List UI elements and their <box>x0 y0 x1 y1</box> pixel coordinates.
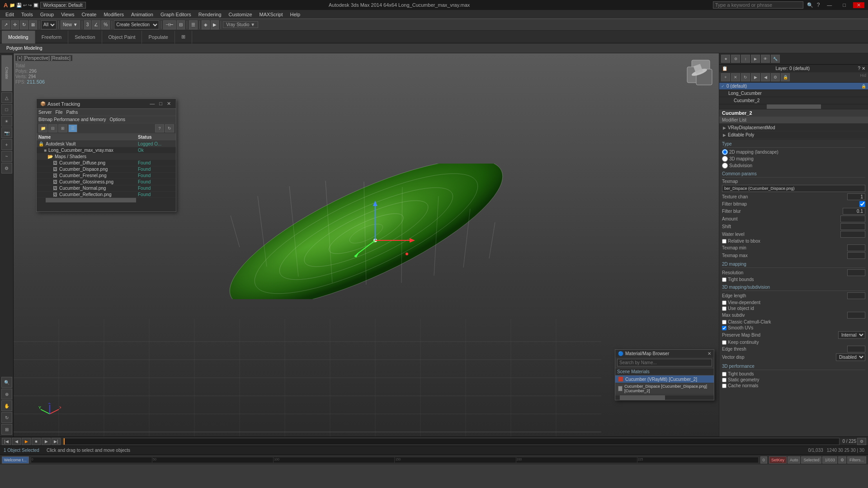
layers-close-btn[interactable]: ✕ <box>862 66 865 71</box>
tab-object-paint[interactable]: Object Paint <box>102 31 142 43</box>
zoom-btn[interactable]: 🔍 <box>1 377 12 388</box>
render-setup-btn[interactable]: ◈ <box>202 20 210 29</box>
scale-btn[interactable]: ⊠ <box>29 20 37 29</box>
new-btn[interactable]: New ▼ <box>61 20 80 29</box>
at-row-dispace[interactable]: 🖼Cucumber_Dispace.png Found <box>37 166 176 173</box>
at-tb-btn3[interactable]: ⊞ <box>58 124 67 132</box>
tab-more[interactable]: ⊞ <box>175 31 192 43</box>
menu-customize[interactable]: Customize <box>225 11 256 18</box>
pan-btn[interactable]: ✋ <box>1 400 12 411</box>
timeline-track[interactable] <box>63 438 840 445</box>
layers-add-btn[interactable]: + <box>721 73 730 81</box>
menu-rendering[interactable]: Rendering <box>195 11 225 18</box>
right-btn-motion[interactable]: ▶ <box>751 55 760 63</box>
param-use-object-id-checkbox[interactable] <box>722 306 726 311</box>
menu-modifiers[interactable]: Modifiers <box>100 11 127 18</box>
create-mode-btn[interactable]: Create <box>1 55 12 91</box>
rotate-btn[interactable]: ↻ <box>20 20 28 29</box>
param-shift-input[interactable]: 0.000 <box>840 223 865 230</box>
prev-frame-btn[interactable]: ◀ <box>12 438 21 445</box>
bottom-timeline-track[interactable]: 0 50 100 150 200 225 <box>31 457 759 463</box>
zoom-all-btn[interactable]: ⊕ <box>1 389 12 399</box>
spacewarps-btn[interactable]: ~ <box>1 151 12 162</box>
stop-btn[interactable]: ■ <box>32 438 41 445</box>
search-icon[interactable]: 🔍 <box>807 2 813 8</box>
nav-cube[interactable] <box>685 58 714 87</box>
param-view-dependent-checkbox[interactable] <box>722 300 726 305</box>
param-texmap-field[interactable]: ber_Dispace (Cucumber_Dispace.png) <box>722 185 865 192</box>
at-menu-file[interactable]: File <box>55 110 62 115</box>
layers-collapse-btn[interactable]: ◀ <box>761 73 770 81</box>
tab-freeform[interactable]: Freeform <box>35 31 69 43</box>
layers-lock-btn[interactable]: 🔒 <box>781 73 790 81</box>
filter-btn[interactable]: Filters... <box>847 456 866 464</box>
align-btn[interactable]: ⊟ <box>177 20 185 29</box>
param-edge-length-input[interactable]: 4.0 <box>847 292 865 299</box>
param-subdivision-radio[interactable] <box>722 163 728 169</box>
param-max-subdiv-input[interactable]: 256 <box>847 312 865 319</box>
layer-row-default[interactable]: ✓ 0 (default) 🔒 <box>719 83 868 90</box>
subtab-polygon-modeling[interactable]: Polygon Modeling <box>2 45 47 52</box>
layers-delete-btn[interactable]: ✕ <box>731 73 740 81</box>
3d-snap-btn[interactable]: 3 <box>84 20 91 29</box>
param-water-level-input[interactable]: 0.000 <box>840 231 865 238</box>
go-end-btn[interactable]: ▶| <box>52 438 61 445</box>
minimize-button[interactable]: — <box>823 2 835 8</box>
select-btn[interactable]: ↗ <box>2 20 10 29</box>
at-submenu-options[interactable]: Options <box>110 117 125 122</box>
at-row-maps-folder[interactable]: 📂Maps / Shaders <box>37 154 176 160</box>
cameras-btn[interactable]: 📷 <box>1 127 12 138</box>
param-texture-chan-input[interactable] <box>847 193 865 200</box>
asset-tracking-close-btn[interactable]: ✕ <box>165 101 172 107</box>
at-tb-btn2[interactable]: ⊟ <box>48 124 57 132</box>
param-smooth-uv-checkbox[interactable] <box>722 326 726 330</box>
shapes-btn[interactable]: □ <box>1 104 12 115</box>
layers-scrollbar[interactable] <box>719 104 868 109</box>
param-edge-thresh-input[interactable]: 1.0 <box>847 346 865 352</box>
layers-settings-btn[interactable]: ⚙ <box>771 73 780 81</box>
at-row-vault[interactable]: 🔒Autodesk Vault Logged O... <box>37 141 176 147</box>
close-button[interactable]: ✕ <box>853 2 864 8</box>
menu-help[interactable]: Help <box>287 11 304 18</box>
set-key-btn[interactable]: SetKey <box>769 456 787 464</box>
menu-graph-editors[interactable]: Graph Editors <box>157 11 195 18</box>
lights-btn[interactable]: ☀ <box>1 116 12 127</box>
layer-row-long-cucumber[interactable]: Long_Cucumber <box>719 90 868 97</box>
tab-selection[interactable]: Selection <box>68 31 102 43</box>
param-tight-bounds2-checkbox[interactable] <box>722 372 726 376</box>
asset-tracking-scrollbar[interactable] <box>37 198 176 202</box>
at-row-diffuse[interactable]: 🖼Cucumber_Diffuse.png Found <box>37 160 176 166</box>
frame-input-btn[interactable]: 0 <box>760 456 767 464</box>
systems-btn[interactable]: ⚙ <box>1 163 12 174</box>
material-item-cucumber[interactable]: Cucumber (VRayMtl) [Cucumber_2] <box>615 375 714 383</box>
param-resolution-input[interactable]: 512 <box>847 269 865 276</box>
param-classic-catmull-checkbox[interactable] <box>722 320 726 324</box>
angle-snap-btn[interactable]: ∠ <box>92 20 100 29</box>
param-preserve-map-border-select[interactable]: Internal None <box>838 331 865 339</box>
at-row-glossiness[interactable]: 🖼Cucumber_Glossiness.png Found <box>37 179 176 185</box>
modifier-item-vray-displacement[interactable]: ▶ VRayDisplacementMod <box>720 124 867 131</box>
param-texmap-max-input[interactable]: 1.0 <box>847 252 865 259</box>
param-keep-continuity-checkbox[interactable] <box>722 340 726 345</box>
geometry-btn[interactable]: △ <box>1 92 12 103</box>
layer-row-cucumber2[interactable]: Cucumber_2 <box>719 97 868 104</box>
at-menu-paths[interactable]: Paths <box>66 110 78 115</box>
select-filter[interactable]: All <box>41 20 57 29</box>
param-cache-normals-checkbox[interactable] <box>722 384 726 388</box>
at-row-fresnel[interactable]: 🖼Cucumber_Fresnel.png Found <box>37 173 176 179</box>
asset-tracking-restore-btn[interactable]: □ <box>158 101 164 107</box>
layers-refresh-btn[interactable]: ↻ <box>741 73 750 81</box>
maximize-vp-btn[interactable]: ⊞ <box>1 424 12 435</box>
right-btn-display[interactable]: 👁 <box>761 55 770 63</box>
at-tb-btn4[interactable]: ☰ <box>68 124 77 132</box>
modifier-item-editable-poly[interactable]: ▶ Editable Poly <box>720 131 867 139</box>
menu-edit[interactable]: Edit <box>2 11 18 18</box>
at-row-normal[interactable]: 🖼Cucumber_Normal.png Found <box>37 185 176 192</box>
material-browser-close-btn[interactable]: ✕ <box>708 351 711 356</box>
at-menu-server[interactable]: Server <box>38 110 52 115</box>
param-filter-blur-input[interactable] <box>843 208 865 215</box>
percent-snap-btn[interactable]: % <box>101 20 110 29</box>
at-tb-btn6[interactable]: ↻ <box>165 124 174 132</box>
at-row-reflection[interactable]: 🖼Cucumber_Reflection.png Found <box>37 192 176 198</box>
tab-modeling[interactable]: Modeling <box>2 31 35 43</box>
